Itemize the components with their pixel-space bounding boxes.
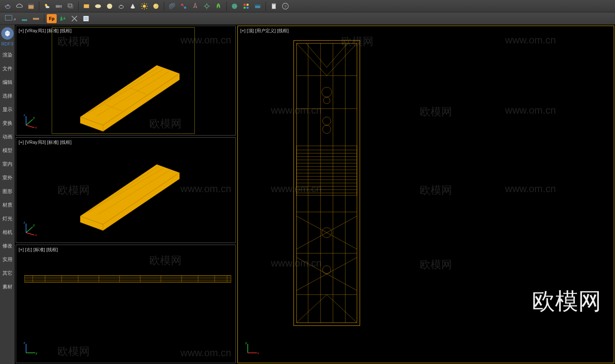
node-icon[interactable] [178, 1, 189, 12]
svg-point-40 [244, 6, 246, 8]
watermark-en: www.om.cn [180, 183, 231, 195]
svg-line-139 [306, 43, 327, 67]
circle-icon[interactable] [104, 1, 115, 12]
viewport-vray1[interactable]: [+] [VRay局1] [标准] [线框] 欧模网 www.om.cn 欧模网 [16, 26, 236, 136]
sidebar-item-animation[interactable]: 动画 [0, 131, 14, 143]
viewport-vray3[interactable]: [+] [VRay局3] [标准] [线框] 欧模网 www.om.cn x y… [16, 137, 236, 243]
sidebar-item-utility[interactable]: 实用 [0, 253, 14, 266]
sidebar-item-transform[interactable]: 变换 [0, 117, 14, 130]
camera-icon[interactable] [53, 1, 64, 12]
viewport-left-column: [+] [VRay局1] [标准] [线框] 欧模网 www.om.cn 欧模网 [15, 25, 237, 364]
sidebar-item-model[interactable]: 模型 [0, 144, 14, 157]
svg-rect-3 [29, 4, 34, 5]
sidebar-top-label[interactable]: RDF3 [1, 41, 13, 46]
cloud-icon[interactable] [14, 1, 25, 12]
sidebar-item-shape[interactable]: 图形 [0, 185, 14, 198]
viewport-label[interactable]: [+] [右] [标准] [线框] [19, 247, 58, 253]
ruler-icon[interactable] [31, 13, 41, 24]
cone-icon[interactable] [127, 1, 138, 12]
rect-icon[interactable] [81, 1, 92, 12]
sidebar-item-display[interactable]: 显示 [0, 103, 14, 116]
tools-cross-icon[interactable] [69, 13, 80, 24]
svg-text:y: y [245, 341, 247, 345]
svg-rect-48 [5, 15, 12, 20]
sidebar-item-file[interactable]: 文件 [0, 62, 14, 75]
toolbar-separator [44, 14, 44, 23]
svg-point-21 [153, 3, 159, 9]
svg-rect-45 [273, 3, 275, 4]
list-icon[interactable] [81, 13, 91, 24]
sidebar-item-modify[interactable]: 修改 [0, 240, 14, 252]
viewport-right-ortho[interactable]: [+] [右] [标准] [线框] 欧模网 www.om.cn 欧模网 z [16, 245, 236, 363]
svg-line-142 [327, 295, 357, 323]
svg-point-22 [154, 5, 156, 6]
layers-icon[interactable] [65, 1, 76, 12]
viewport-inner-frame [52, 27, 195, 134]
watermark-en: www.om.cn [271, 105, 322, 116]
svg-line-155 [297, 257, 357, 290]
svg-point-39 [246, 3, 249, 5]
svg-point-68 [7, 33, 8, 33]
watermark-en: www.om.cn [271, 183, 322, 195]
watermark-cn: 欧模网 [149, 253, 182, 268]
gear-icon[interactable] [201, 1, 212, 12]
toolbar-separator [164, 2, 164, 11]
clipboard-icon[interactable] [268, 1, 279, 12]
hatch-icon[interactable] [167, 1, 177, 12]
viewport-right-column: [+] [顶] [用户定义] [线框] 欧模网 www.om.cn www.om… [237, 25, 615, 364]
main-toolbar-row2: A Fp [0, 12, 615, 25]
sidebar-item-indoor[interactable]: 室内 [0, 158, 14, 171]
sphere-icon[interactable] [151, 1, 161, 12]
main-toolbar-row1: ? [0, 0, 615, 12]
teapot-icon[interactable] [2, 1, 13, 12]
svg-text:y: y [36, 351, 37, 355]
watermark-cn: 欧模网 [57, 183, 90, 197]
svg-rect-117 [297, 146, 357, 195]
svg-rect-43 [255, 5, 261, 6]
fp-button[interactable]: Fp [47, 14, 57, 23]
watermark-en: www.om.cn [180, 347, 231, 359]
svg-point-30 [205, 5, 208, 7]
svg-line-86 [89, 169, 163, 212]
sidebar-item-material[interactable]: 材质 [0, 199, 14, 212]
brand-watermark: 欧模网 [532, 286, 601, 317]
sidebar-item-render[interactable]: 渲染 [0, 49, 14, 62]
sidebar-item-other[interactable]: 其它 [0, 267, 14, 280]
select-mode-dots-icon[interactable]: A [2, 13, 18, 24]
help-icon[interactable]: ? [280, 1, 291, 12]
svg-line-20 [142, 8, 143, 9]
svg-point-10 [107, 3, 112, 9]
base-grid-icon[interactable] [19, 13, 30, 24]
kettle-icon[interactable] [116, 1, 127, 12]
svg-rect-6 [68, 4, 72, 7]
globe-icon[interactable] [229, 1, 240, 12]
svg-point-151 [322, 228, 332, 238]
viewport-label[interactable]: [+] [VRay局1] [标准] [线框] [19, 28, 72, 34]
svg-rect-54 [33, 18, 39, 20]
palette-icon[interactable] [241, 1, 251, 12]
sidebar-item-light[interactable]: 灯光 [0, 212, 14, 225]
watermark-en: www.om.cn [505, 34, 556, 46]
drive-icon[interactable] [252, 1, 263, 12]
viewport-label[interactable]: [+] [顶] [用户定义] [线框] [240, 28, 289, 34]
trees-icon[interactable] [57, 13, 68, 24]
weather-icon[interactable] [42, 1, 53, 12]
viewport-label[interactable]: [+] [VRay局3] [标准] [线框] [19, 139, 72, 145]
sidebar-app-icon[interactable] [1, 27, 14, 40]
svg-point-12 [143, 5, 146, 7]
svg-point-61 [72, 16, 74, 17]
axis-gizmo-icon: x y z [22, 113, 38, 129]
viewport-top[interactable]: [+] [顶] [用户定义] [线框] 欧模网 www.om.cn www.om… [237, 26, 614, 363]
sun-icon[interactable] [139, 1, 150, 12]
compass-icon[interactable] [190, 1, 201, 12]
calendar-icon[interactable] [26, 1, 36, 12]
sidebar-item-assets[interactable]: 素材 [0, 281, 14, 293]
sidebar-item-select[interactable]: 选择 [0, 90, 14, 102]
leaf-icon[interactable] [213, 1, 224, 12]
sidebar-item-edit[interactable]: 编辑 [0, 76, 14, 89]
sidebar-item-outdoor[interactable]: 室外 [0, 171, 14, 184]
oval-icon[interactable] [93, 1, 103, 12]
sidebar-item-camera[interactable]: 相机 [0, 226, 14, 239]
svg-line-87 [97, 171, 169, 215]
svg-point-149 [323, 117, 331, 125]
